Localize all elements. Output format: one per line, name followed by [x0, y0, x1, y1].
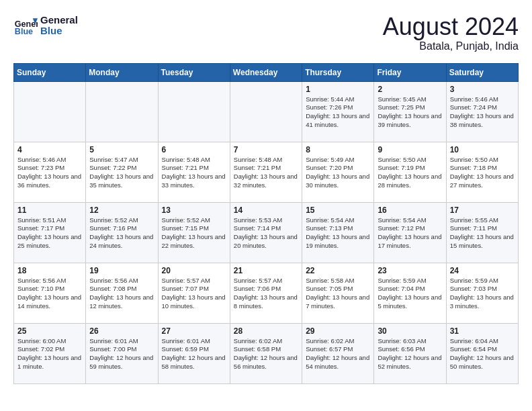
day-content: Sunrise: 5:46 AM Sunset: 7:24 PM Dayligh… — [450, 95, 515, 130]
day-content: Sunrise: 5:47 AM Sunset: 7:22 PM Dayligh… — [89, 156, 154, 190]
day-number: 23 — [378, 266, 442, 275]
logo-icon: General Blue — [13, 13, 38, 38]
day-number: 30 — [378, 326, 442, 336]
calendar-cell: 1Sunrise: 5:44 AM Sunset: 7:26 PM Daylig… — [302, 81, 374, 142]
calendar-cell: 17Sunrise: 5:55 AM Sunset: 7:11 PM Dayli… — [446, 202, 518, 263]
day-number: 19 — [89, 266, 154, 275]
header-sunday: Sunday — [14, 63, 86, 81]
day-content: Sunrise: 5:58 AM Sunset: 7:05 PM Dayligh… — [306, 277, 370, 311]
calendar-cell — [230, 81, 302, 142]
day-content: Sunrise: 5:55 AM Sunset: 7:11 PM Dayligh… — [450, 216, 515, 250]
day-number: 21 — [234, 266, 298, 275]
logo-general: General — [40, 15, 78, 26]
header-wednesday: Wednesday — [230, 63, 302, 81]
day-number: 15 — [306, 205, 370, 215]
calendar-cell: 4Sunrise: 5:46 AM Sunset: 7:23 PM Daylig… — [14, 142, 86, 202]
day-number: 3 — [450, 85, 515, 94]
calendar-cell: 2Sunrise: 5:45 AM Sunset: 7:25 PM Daylig… — [374, 81, 446, 142]
calendar-week-2: 4Sunrise: 5:46 AM Sunset: 7:23 PM Daylig… — [14, 142, 519, 202]
calendar-week-1: 1Sunrise: 5:44 AM Sunset: 7:26 PM Daylig… — [14, 81, 519, 142]
day-number: 22 — [306, 266, 370, 275]
calendar-cell: 16Sunrise: 5:54 AM Sunset: 7:12 PM Dayli… — [374, 202, 446, 263]
day-content: Sunrise: 5:46 AM Sunset: 7:23 PM Dayligh… — [17, 156, 82, 190]
calendar-cell: 14Sunrise: 5:53 AM Sunset: 7:14 PM Dayli… — [230, 202, 302, 263]
day-content: Sunrise: 5:50 AM Sunset: 7:18 PM Dayligh… — [450, 156, 515, 190]
calendar-cell: 26Sunrise: 6:01 AM Sunset: 7:00 PM Dayli… — [86, 323, 158, 383]
day-number: 14 — [234, 205, 298, 215]
day-number: 31 — [450, 326, 515, 336]
day-content: Sunrise: 5:54 AM Sunset: 7:13 PM Dayligh… — [306, 216, 370, 250]
location-title: Batala, Punjab, India — [383, 40, 519, 52]
day-content: Sunrise: 5:56 AM Sunset: 7:10 PM Dayligh… — [17, 277, 82, 311]
day-content: Sunrise: 5:51 AM Sunset: 7:17 PM Dayligh… — [17, 216, 82, 250]
calendar-cell: 11Sunrise: 5:51 AM Sunset: 7:17 PM Dayli… — [14, 202, 86, 263]
calendar-cell: 31Sunrise: 6:04 AM Sunset: 6:54 PM Dayli… — [446, 323, 518, 383]
calendar-cell: 5Sunrise: 5:47 AM Sunset: 7:22 PM Daylig… — [86, 142, 158, 202]
calendar-cell — [86, 81, 158, 142]
day-number: 29 — [306, 326, 370, 336]
day-content: Sunrise: 6:00 AM Sunset: 7:02 PM Dayligh… — [17, 337, 82, 371]
day-number: 25 — [17, 326, 82, 336]
calendar-cell: 9Sunrise: 5:50 AM Sunset: 7:19 PM Daylig… — [374, 142, 446, 202]
header-saturday: Saturday — [446, 63, 518, 81]
calendar-cell: 30Sunrise: 6:03 AM Sunset: 6:56 PM Dayli… — [374, 323, 446, 383]
day-number: 13 — [162, 205, 226, 215]
calendar-cell: 21Sunrise: 5:57 AM Sunset: 7:06 PM Dayli… — [230, 263, 302, 323]
calendar-cell: 23Sunrise: 5:59 AM Sunset: 7:04 PM Dayli… — [374, 263, 446, 323]
day-content: Sunrise: 5:59 AM Sunset: 7:04 PM Dayligh… — [378, 277, 442, 311]
month-year-title: August 2024 — [383, 13, 519, 40]
calendar-cell: 15Sunrise: 5:54 AM Sunset: 7:13 PM Dayli… — [302, 202, 374, 263]
calendar-week-5: 25Sunrise: 6:00 AM Sunset: 7:02 PM Dayli… — [14, 323, 519, 383]
day-number: 11 — [17, 205, 82, 215]
day-number: 8 — [306, 145, 370, 154]
calendar-cell: 27Sunrise: 6:01 AM Sunset: 6:59 PM Dayli… — [158, 323, 230, 383]
day-content: Sunrise: 6:02 AM Sunset: 6:57 PM Dayligh… — [306, 337, 370, 371]
day-number: 6 — [162, 145, 226, 154]
day-number: 17 — [450, 205, 515, 215]
calendar-cell: 20Sunrise: 5:57 AM Sunset: 7:07 PM Dayli… — [158, 263, 230, 323]
day-content: Sunrise: 5:53 AM Sunset: 7:14 PM Dayligh… — [234, 216, 298, 250]
day-number: 12 — [89, 205, 154, 215]
calendar-week-4: 18Sunrise: 5:56 AM Sunset: 7:10 PM Dayli… — [14, 263, 519, 323]
day-number: 18 — [17, 266, 82, 275]
header-friday: Friday — [374, 63, 446, 81]
calendar-cell: 29Sunrise: 6:02 AM Sunset: 6:57 PM Dayli… — [302, 323, 374, 383]
day-content: Sunrise: 5:48 AM Sunset: 7:21 PM Dayligh… — [162, 156, 226, 190]
title-block: August 2024 Batala, Punjab, India — [383, 13, 519, 52]
day-number: 24 — [450, 266, 515, 275]
calendar-week-3: 11Sunrise: 5:51 AM Sunset: 7:17 PM Dayli… — [14, 202, 519, 263]
calendar-cell — [158, 81, 230, 142]
day-number: 1 — [306, 85, 370, 94]
calendar-table: SundayMondayTuesdayWednesdayThursdayFrid… — [13, 63, 519, 384]
calendar-cell: 28Sunrise: 6:02 AM Sunset: 6:58 PM Dayli… — [230, 323, 302, 383]
day-number: 16 — [378, 205, 442, 215]
day-content: Sunrise: 5:52 AM Sunset: 7:15 PM Dayligh… — [162, 216, 226, 250]
day-content: Sunrise: 5:59 AM Sunset: 7:03 PM Dayligh… — [450, 277, 515, 311]
day-content: Sunrise: 5:54 AM Sunset: 7:12 PM Dayligh… — [378, 216, 442, 250]
header-monday: Monday — [86, 63, 158, 81]
day-number: 4 — [17, 145, 82, 154]
logo-blue: Blue — [40, 26, 78, 37]
day-content: Sunrise: 5:45 AM Sunset: 7:25 PM Dayligh… — [378, 95, 442, 130]
day-number: 20 — [162, 266, 226, 275]
calendar-cell: 18Sunrise: 5:56 AM Sunset: 7:10 PM Dayli… — [14, 263, 86, 323]
day-content: Sunrise: 6:02 AM Sunset: 6:58 PM Dayligh… — [234, 337, 298, 371]
day-number: 5 — [89, 145, 154, 154]
day-content: Sunrise: 5:57 AM Sunset: 7:06 PM Dayligh… — [234, 277, 298, 311]
header-row: SundayMondayTuesdayWednesdayThursdayFrid… — [14, 63, 519, 81]
day-content: Sunrise: 5:57 AM Sunset: 7:07 PM Dayligh… — [162, 277, 226, 311]
calendar-cell: 3Sunrise: 5:46 AM Sunset: 7:24 PM Daylig… — [446, 81, 518, 142]
calendar-cell: 7Sunrise: 5:48 AM Sunset: 7:21 PM Daylig… — [230, 142, 302, 202]
day-content: Sunrise: 5:48 AM Sunset: 7:21 PM Dayligh… — [234, 156, 298, 190]
day-number: 10 — [450, 145, 515, 154]
day-number: 9 — [378, 145, 442, 154]
day-content: Sunrise: 5:52 AM Sunset: 7:16 PM Dayligh… — [89, 216, 154, 250]
day-content: Sunrise: 6:01 AM Sunset: 7:00 PM Dayligh… — [89, 337, 154, 371]
day-content: Sunrise: 5:50 AM Sunset: 7:19 PM Dayligh… — [378, 156, 442, 190]
header-thursday: Thursday — [302, 63, 374, 81]
logo: General Blue General Blue — [13, 13, 78, 38]
day-content: Sunrise: 6:04 AM Sunset: 6:54 PM Dayligh… — [450, 337, 515, 371]
calendar-cell: 13Sunrise: 5:52 AM Sunset: 7:15 PM Dayli… — [158, 202, 230, 263]
page-header: General Blue General Blue August 2024 Ba… — [13, 13, 519, 52]
calendar-cell: 6Sunrise: 5:48 AM Sunset: 7:21 PM Daylig… — [158, 142, 230, 202]
